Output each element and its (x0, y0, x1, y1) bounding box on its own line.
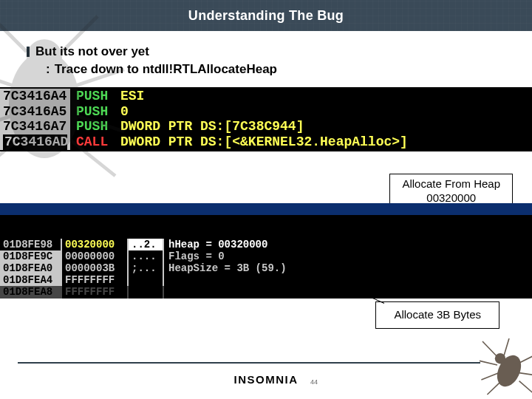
bullet-main: But its not over yet (27, 44, 511, 59)
stack-ascii: ;... (127, 262, 163, 274)
stack-value: 0000003B (61, 262, 127, 274)
stack-symbol: Flags = 0 (163, 250, 228, 262)
stack-symbol: hHeap = 00320000 (163, 239, 270, 250)
bullet-sub: :Trace down to ntdll!RTLAllocateHeap (46, 62, 511, 77)
stack-row: 01D8FEA4FFFFFFFF (0, 274, 532, 286)
disasm-addr: 7C3416A7 (0, 119, 70, 134)
disasm-row: 7C3416A7PUSHDWORD PTR DS:[7C38C944] (0, 119, 532, 134)
disassembly-block: 7C3416A4PUSHESI7C3416A5PUSH07C3416A7PUSH… (0, 87, 532, 151)
stack-addr: 01D8FEA0 (0, 262, 61, 274)
svg-point-3 (495, 353, 505, 364)
disasm-operand: 0 (120, 104, 129, 120)
disasm-mnemonic: CALL (70, 134, 120, 150)
stack-value: 00320000 (61, 239, 127, 250)
stack-addr: 01D8FEA4 (0, 274, 61, 286)
bullet-sub-text: Trace down to ntdll!RTLAllocateHeap (55, 62, 277, 76)
cockroach-decor-small (473, 338, 532, 398)
stack-addr: 01D8FEA8 (0, 286, 61, 298)
stack-ascii (127, 286, 163, 298)
disasm-row: 7C3416A4PUSHESI (0, 89, 532, 104)
disasm-operand: ESI (120, 89, 144, 104)
stack-symbol (163, 286, 171, 298)
disasm-addr: 7C3416A4 (0, 89, 70, 104)
footer-divider (18, 362, 480, 364)
disasm-row: 7C3416A5PUSH0 (0, 104, 532, 120)
disasm-operand: DWORD PTR DS:[7C38C944] (120, 119, 304, 134)
stack-value: FFFFFFFF (61, 274, 127, 286)
stack-ascii (127, 274, 163, 286)
callout-heap-line1: Allocate From Heap (402, 177, 500, 191)
bullet-bar-icon (27, 47, 30, 57)
stack-row: 01D8FEA8FFFFFFFF (0, 286, 532, 298)
disasm-addr: 7C3416AD (0, 134, 70, 150)
bullet-colon-icon: : (46, 62, 50, 76)
stack-addr: 01D8FE98 (0, 239, 61, 250)
disasm-row: 7C3416ADCALLDWORD PTR DS:[<&KERNEL32.Hea… (0, 134, 532, 150)
slide-title: Understanding The Bug (188, 8, 344, 24)
stack-ascii: .... (127, 250, 163, 262)
disasm-addr: 7C3416A5 (0, 104, 70, 120)
stack-symbol (163, 274, 171, 286)
slide-title-bar: Understanding The Bug (0, 0, 532, 31)
page-number: 44 (310, 378, 318, 386)
stack-value: FFFFFFFF (61, 286, 127, 298)
stack-row: 01D8FE9800320000..2.hHeap = 00320000 (0, 239, 532, 250)
stack-row: 01D8FE9C00000000....Flags = 0 (0, 250, 532, 262)
stack-value: 00000000 (61, 250, 127, 262)
disasm-mnemonic: PUSH (70, 104, 120, 120)
stack-addr: 01D8FE9C (0, 250, 61, 262)
stack-dump-block: 01D8FE9800320000..2.hHeap = 0032000001D8… (0, 203, 532, 299)
stack-ascii: ..2. (127, 239, 163, 250)
bullet-main-text: But its not over yet (35, 44, 149, 59)
brand-label: INSOMNIA (0, 373, 532, 386)
stack-row: 01D8FEA00000003B;...HeapSize = 3B (59.) (0, 262, 532, 274)
disasm-operand: DWORD PTR DS:[<&KERNEL32.HeapAlloc>] (120, 134, 408, 150)
disasm-mnemonic: PUSH (70, 89, 120, 104)
stack-symbol: HeapSize = 3B (59.) (163, 262, 290, 274)
disasm-mnemonic: PUSH (70, 119, 120, 134)
callout-bytes-line1: Allocate 3B Bytes (394, 308, 481, 322)
callout-bytes: Allocate 3B Bytes (375, 301, 499, 329)
